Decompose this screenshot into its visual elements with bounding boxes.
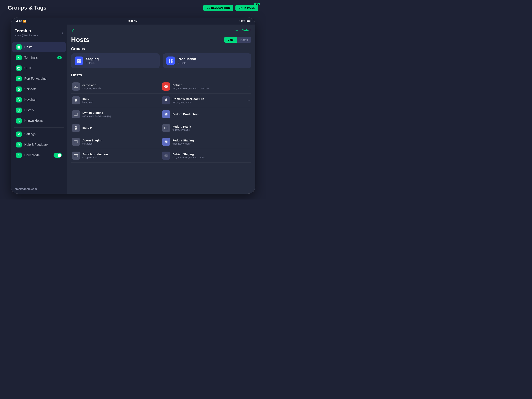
fedora-frank-info: Fedora Frank fedora, crystalnix (172, 125, 251, 131)
sftp-label: SFTP (24, 66, 32, 70)
content-scroll[interactable]: Groups Staging (67, 46, 255, 194)
dark-mode-toggle[interactable] (54, 153, 62, 158)
sort-name-button[interactable]: Name (237, 37, 251, 43)
host-item-fedora-production[interactable]: Fedora Production (161, 107, 251, 121)
host-item-fedora-frank[interactable]: Fedora Frank fedora, crystalnix (161, 121, 251, 135)
linux-avatar (72, 96, 80, 104)
sidebar-item-terminals[interactable]: Terminals 7 (12, 53, 66, 63)
known-hosts-icon (16, 118, 22, 123)
production-group-info: Production 5 Hosts (177, 57, 196, 64)
sort-date-button[interactable]: Date (224, 37, 237, 43)
snippets-icon: {} (16, 86, 22, 92)
svg-rect-16 (79, 59, 81, 61)
staging-group-count: 5 Hosts (86, 62, 99, 64)
host-item-romans-macbook[interactable]: Roman's MacBook Pro ssh, crystal, home ·… (161, 94, 251, 107)
page-title: Groups & Tags (8, 5, 47, 11)
sidebar-item-dark-mode[interactable]: Dark Mode (12, 150, 66, 160)
select-button[interactable]: Select (242, 29, 251, 32)
debian-staging-name: Debian Staging (172, 153, 251, 156)
sidebar-item-snippets[interactable]: {} Snippets (12, 84, 66, 94)
host-item-centos-db[interactable]: centos-db ssh, root, aws, db ··· (71, 80, 161, 94)
acorn-staging-info: Acorn Staging ssh, acorn (82, 139, 153, 145)
app-name: Termius (15, 28, 38, 33)
group-card-production[interactable]: Production 5 Hosts (163, 53, 251, 68)
production-group-icon (166, 57, 175, 65)
settings-label: Settings (24, 133, 36, 136)
acorn-staging-more-button[interactable]: ··· (156, 139, 160, 145)
production-group-name: Production (177, 57, 196, 61)
battery-icon (246, 20, 251, 22)
switch-production-info: Switch production ssh, production (82, 153, 160, 159)
switch-production-avatar (72, 152, 80, 160)
linux-name: linux (82, 97, 160, 101)
sidebar-item-help[interactable]: ? Help & Feedback (12, 140, 66, 150)
switch-production-tags: ssh, production (82, 156, 160, 159)
dark-mode-button[interactable]: DARK MODE (235, 5, 258, 11)
sidebar-item-port-forwarding[interactable]: Port Forwarding (12, 74, 66, 84)
dark-mode-label: Dark Mode (24, 154, 39, 157)
svg-text:{}: {} (18, 88, 20, 91)
os-recognition-button[interactable]: OS RECOGNITION (203, 5, 233, 11)
romans-macbook-more-button[interactable]: ··· (246, 97, 251, 103)
toolbar-right: ＋ Select (234, 27, 251, 33)
host-item-switch-production[interactable]: Switch production ssh, production (71, 149, 161, 163)
centos-db-name: centos-db (82, 83, 153, 87)
sidebar-item-hosts[interactable]: Hosts (12, 42, 66, 52)
host-item-linux[interactable]: linux linux, root (71, 94, 161, 107)
switch-staging-name: Switch Staging (82, 111, 160, 114)
battery-label: 100% (240, 20, 245, 22)
moon-icon (16, 153, 22, 158)
groups-row: Staging 5 Hosts (71, 53, 251, 68)
centos-db-more-button[interactable]: ··· (156, 84, 160, 90)
help-icon: ? (16, 142, 22, 148)
sidebar-item-settings[interactable]: Settings (12, 129, 66, 139)
expand-icon[interactable]: ⤢ (71, 28, 74, 33)
sidebar-header[interactable]: Termius admin@termius.com › (11, 25, 67, 40)
hosts-grid: centos-db ssh, root, aws, db ··· (71, 80, 251, 163)
hosts-label: Hosts (24, 45, 32, 49)
host-item-switch-staging[interactable]: Switch Staging ssh, c-care, denver, stag… (71, 107, 161, 121)
sidebar-item-history[interactable]: History (12, 105, 66, 115)
svg-rect-23 (74, 85, 78, 88)
debian-more-button[interactable]: ··· (246, 84, 251, 90)
sidebar-divider (14, 127, 64, 128)
sidebar-item-known-hosts[interactable]: Known Hosts (12, 116, 66, 126)
host-item-acorn-staging[interactable]: Acorn Staging ssh, acorn ··· (71, 135, 161, 149)
debian-staging-info: Debian Staging ssh, mandreeb, ubuntu, st… (172, 153, 251, 159)
fedora-staging-tags: staging, crystalnix (172, 142, 251, 145)
svg-point-48 (75, 155, 75, 156)
snippets-label: Snippets (24, 87, 36, 91)
content-toolbar: ⤢ ＋ Select (67, 25, 255, 35)
host-item-linux-2[interactable]: linux-2 (71, 121, 161, 135)
group-card-staging[interactable]: Staging 5 Hosts (71, 53, 160, 68)
debian-name: Debian (172, 83, 243, 87)
sidebar-item-sftp[interactable]: SFTP (12, 63, 66, 73)
fedora-production-name: Fedora Production (172, 112, 251, 116)
svg-rect-20 (171, 59, 172, 61)
linux-info: linux linux, root (82, 97, 160, 104)
host-item-fedora-staging[interactable]: Fedora Staging staging, crystalnix (161, 135, 251, 149)
user-email: admin@termius.com (15, 34, 38, 37)
sidebar-item-keychain[interactable]: Keychain (12, 95, 66, 105)
content-header: Hosts Date Name (67, 35, 255, 46)
linux-2-info: linux-2 (82, 126, 160, 130)
svg-line-9 (19, 100, 20, 101)
svg-point-26 (164, 85, 168, 88)
svg-point-35 (75, 127, 76, 128)
host-item-debian[interactable]: Debian ssh, mandreeb, ubuntu, production… (161, 80, 251, 94)
settings-icon (16, 131, 22, 137)
chevron-right-icon: › (62, 31, 63, 35)
centos-db-tags: ssh, root, aws, db (82, 87, 153, 90)
acorn-staging-tags: ssh, acorn (82, 142, 153, 145)
switch-production-name: Switch production (82, 153, 160, 156)
fedora-frank-avatar (162, 124, 170, 132)
acorn-staging-name: Acorn Staging (82, 139, 153, 142)
host-item-debian-staging[interactable]: Debian Staging ssh, mandreeb, ubuntu, st… (161, 149, 251, 163)
svg-point-31 (76, 114, 76, 115)
fedora-production-info: Fedora Production (172, 112, 251, 116)
fedora-production-avatar (162, 110, 170, 118)
sidebar-footer: crackedonic.com (11, 185, 67, 194)
svg-point-44 (77, 142, 77, 142)
sort-buttons: Date Name (224, 37, 252, 43)
add-button[interactable]: ＋ (234, 27, 239, 33)
